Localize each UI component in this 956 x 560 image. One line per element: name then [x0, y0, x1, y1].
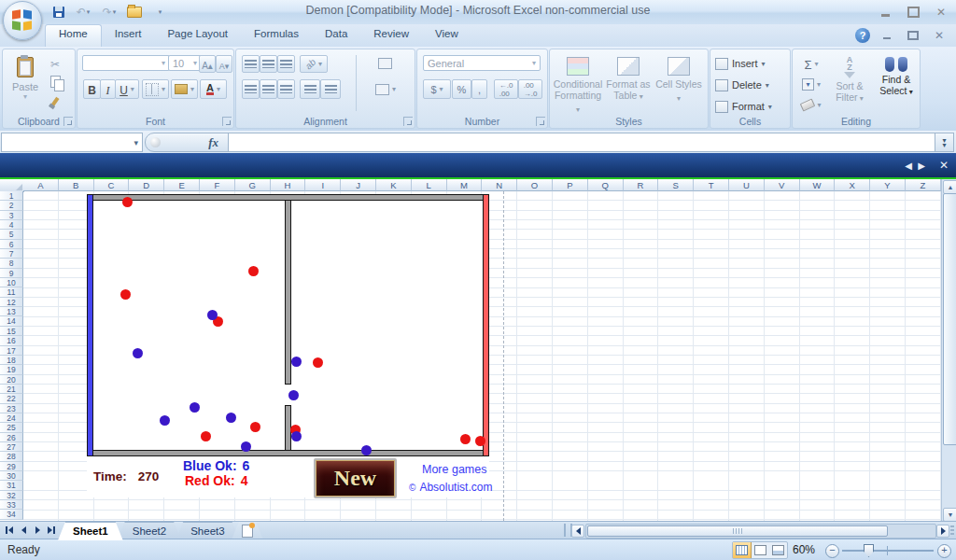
column-header-h[interactable]: H	[271, 179, 306, 191]
row-header-11[interactable]: 11	[0, 287, 23, 297]
zoom-out-button[interactable]: −	[825, 544, 839, 558]
sort-filter-button[interactable]: AZ Sort & Filter	[828, 53, 871, 124]
column-header-k[interactable]: K	[376, 179, 412, 191]
zoom-slider-track[interactable]	[842, 550, 934, 552]
sheet-tab-sheet2[interactable]: Sheet2	[118, 522, 181, 540]
align-bottom-button[interactable]	[277, 55, 295, 73]
underline-button[interactable]	[115, 79, 139, 99]
font-size-combo[interactable]: 10	[168, 55, 202, 71]
previous-sheet-button[interactable]	[17, 524, 30, 537]
row-header-23[interactable]: 23	[0, 404, 23, 413]
sheet-tab-sheet3[interactable]: Sheet3	[176, 522, 239, 540]
scroll-up-button[interactable]: ▲	[943, 180, 956, 194]
file-tab-scroll-right-button[interactable]: ▶	[915, 158, 928, 173]
row-header-2[interactable]: 2	[0, 201, 23, 210]
workbook-restore-button[interactable]	[904, 30, 922, 41]
file-tab-scroll-left-button[interactable]: ◀	[902, 158, 915, 173]
fill-color-button[interactable]	[171, 79, 198, 99]
column-header-f[interactable]: F	[200, 179, 235, 191]
row-header-3[interactable]: 3	[0, 211, 23, 220]
last-sheet-button[interactable]	[45, 524, 58, 537]
italic-button[interactable]	[100, 79, 116, 99]
file-tab-close-button[interactable]: ✕	[937, 158, 950, 173]
select-all-button[interactable]	[0, 179, 24, 192]
row-header-26[interactable]: 26	[0, 433, 23, 442]
column-header-m[interactable]: M	[447, 179, 483, 191]
row-header-13[interactable]: 13	[0, 307, 23, 316]
number-format-combo[interactable]: General	[423, 55, 541, 71]
align-middle-button[interactable]	[260, 55, 277, 73]
find-select-button[interactable]: Find & Select	[875, 53, 918, 124]
column-header-t[interactable]: T	[694, 179, 729, 191]
ribbon-tab-insert[interactable]: Insert	[102, 24, 155, 47]
column-header-z[interactable]: Z	[906, 179, 941, 191]
align-top-button[interactable]	[242, 55, 260, 73]
align-left-button[interactable]	[242, 79, 260, 99]
row-header-15[interactable]: 15	[0, 327, 23, 336]
row-header-18[interactable]: 18	[0, 356, 23, 365]
row-header-32[interactable]: 32	[0, 491, 23, 500]
row-header-28[interactable]: 28	[0, 452, 23, 461]
format-as-table-button[interactable]: Format as Table	[604, 53, 653, 124]
ribbon-tab-formulas[interactable]: Formulas	[241, 24, 312, 47]
column-header-b[interactable]: B	[59, 179, 94, 191]
grow-font-button[interactable]	[199, 55, 216, 73]
row-header-30[interactable]: 30	[0, 471, 23, 481]
row-header-33[interactable]: 33	[0, 500, 23, 510]
merge-center-button[interactable]	[369, 79, 402, 99]
font-dialog-launcher[interactable]	[222, 117, 232, 126]
shrink-font-button[interactable]	[216, 55, 232, 73]
cut-button[interactable]: ✂	[44, 55, 66, 73]
comma-style-button[interactable]: ,	[471, 79, 487, 99]
new-game-button[interactable]: New	[314, 458, 397, 498]
insert-worksheet-button[interactable]	[232, 522, 263, 539]
ribbon-tab-page-layout[interactable]: Page Layout	[154, 24, 241, 47]
row-header-21[interactable]: 21	[0, 385, 23, 394]
name-box[interactable]	[1, 133, 143, 152]
column-header-x[interactable]: X	[835, 179, 870, 191]
ribbon-tab-data[interactable]: Data	[312, 24, 360, 47]
column-header-v[interactable]: V	[765, 179, 800, 191]
align-center-button[interactable]	[260, 79, 277, 99]
ribbon-tab-review[interactable]: Review	[360, 24, 422, 47]
orientation-button[interactable]: ab	[300, 55, 328, 73]
align-right-button[interactable]	[277, 79, 295, 99]
row-header-27[interactable]: 27	[0, 442, 23, 452]
column-header-a[interactable]: A	[23, 179, 59, 191]
page-break-view-button[interactable]	[769, 542, 787, 558]
column-header-u[interactable]: U	[729, 179, 765, 191]
sheet-tab-sheet1[interactable]: Sheet1	[58, 522, 123, 540]
row-header-4[interactable]: 4	[0, 220, 23, 230]
column-header-p[interactable]: P	[553, 179, 588, 191]
normal-view-button[interactable]	[733, 542, 752, 558]
insert-function-button[interactable]: fx	[145, 133, 229, 152]
column-header-j[interactable]: J	[341, 179, 376, 191]
accounting-format-button[interactable]: $	[423, 79, 451, 99]
absolutist-link[interactable]: ©Absolutist.com	[409, 481, 492, 494]
row-header-12[interactable]: 12	[0, 298, 23, 307]
delete-cells-button[interactable]: Delete	[715, 76, 785, 94]
row-header-6[interactable]: 6	[0, 240, 23, 249]
autosum-button[interactable]	[797, 55, 825, 73]
column-header-s[interactable]: S	[658, 179, 694, 191]
resize-grip[interactable]	[950, 525, 954, 536]
clear-button[interactable]	[797, 96, 825, 114]
borders-button[interactable]	[142, 79, 169, 99]
first-sheet-button[interactable]	[3, 524, 16, 537]
column-header-n[interactable]: N	[482, 179, 517, 191]
expand-formula-bar-button[interactable]: ▾▾	[935, 133, 954, 152]
help-button[interactable]: ?	[855, 28, 870, 43]
minimize-button[interactable]	[876, 5, 894, 19]
font-name-combo[interactable]	[82, 55, 170, 71]
row-header-22[interactable]: 22	[0, 394, 23, 403]
row-header-34[interactable]: 34	[0, 510, 23, 519]
format-painter-button[interactable]	[44, 92, 66, 110]
increase-decimal-button[interactable]: ←.0.00	[494, 79, 518, 99]
conditional-formatting-button[interactable]: Conditional Formatting	[554, 53, 602, 124]
cell-styles-button[interactable]: Cell Styles	[654, 53, 703, 124]
paste-button[interactable]: Paste	[9, 54, 41, 116]
row-header-19[interactable]: 19	[0, 365, 23, 374]
row-header-10[interactable]: 10	[0, 278, 23, 287]
fill-button[interactable]: ▾	[797, 76, 825, 93]
vertical-scroll-thumb[interactable]	[943, 193, 956, 445]
